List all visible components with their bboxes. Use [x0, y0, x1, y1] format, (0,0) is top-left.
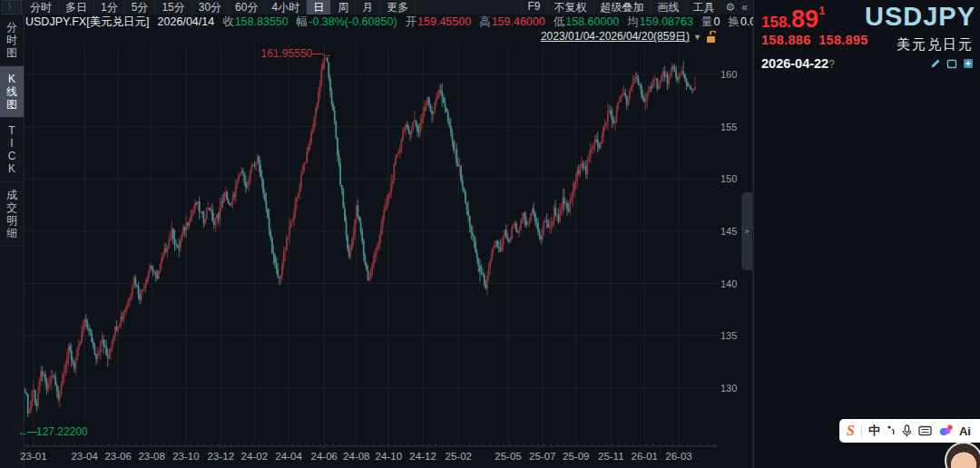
tool-buttons: F9不复权超级叠加画线工具 — [521, 0, 721, 15]
app-window: 〉 分时多日1分5分15分30分60分4小时日周月更多 F9不复权超级叠加画线工… — [0, 0, 980, 468]
quote-field: 开159.45500 — [397, 15, 472, 30]
period-tab-1分[interactable]: 1分 — [94, 0, 125, 15]
tool-button-画线[interactable]: 画线 — [651, 0, 686, 15]
x-tick-label: 24-04 — [269, 451, 309, 462]
quote-field: 收158.83550 — [214, 15, 289, 30]
quote-field: 均159.08763 — [619, 15, 693, 30]
period-tab-30分[interactable]: 30分 — [192, 0, 229, 15]
panel-symbol-name: 美元兑日元 — [897, 36, 974, 54]
tool-button-超级叠加[interactable]: 超级叠加 — [593, 0, 651, 15]
sogou-logo-icon[interactable]: S — [847, 423, 855, 439]
unlock-icon[interactable] — [705, 31, 717, 44]
skin-palette-icon[interactable] — [938, 424, 953, 437]
x-tick-label: 23-01 — [14, 451, 54, 462]
quote-panel: 158.891 USDJPY 158.886 158.895 美元兑日元 202… — [753, 0, 980, 468]
quote-field: 量0 — [693, 15, 720, 30]
low-arrow-icon: ←— — [18, 425, 36, 438]
panel-date: 2026-04-22? — [761, 56, 835, 71]
handwriting-icon[interactable] — [887, 424, 896, 437]
tool-button-不复权[interactable]: 不复权 — [547, 0, 593, 15]
last-price: 158.891 — [761, 4, 825, 34]
panel-tool-icons — [930, 58, 974, 69]
period-tab-5分[interactable]: 5分 — [125, 0, 156, 15]
view-sidebar: 分时图K线图TICK成交明细 — [0, 15, 24, 468]
frame-icon[interactable] — [946, 58, 957, 69]
period-low-annotation: ←—127.22200 — [18, 425, 88, 438]
keyboard-icon[interactable] — [918, 425, 932, 436]
high-arrow-icon: —→ — [312, 47, 330, 60]
x-tick-label: 25-09 — [556, 451, 596, 462]
period-tab-分时[interactable]: 分时 — [24, 0, 59, 15]
quote-field: 高159.46000 — [471, 15, 545, 30]
sidebar-item-K线图[interactable]: K线图 — [0, 66, 24, 118]
nav-expand-button[interactable]: 〉 — [2, 0, 22, 15]
period-tab-60分[interactable]: 60分 — [229, 0, 265, 15]
y-tick-label: 150 — [720, 173, 748, 184]
sidebar-item-成交明细[interactable]: 成交明细 — [0, 182, 24, 247]
period-tabs: 分时多日1分5分15分30分60分4小时日周月更多 — [24, 0, 416, 15]
period-tab-日[interactable]: 日 — [307, 0, 331, 15]
collapse-left-icon[interactable]: « — [740, 1, 753, 14]
range-bar: 2023/01/04-2026/04/20(859日) ▼ — [490, 30, 717, 44]
x-tick-label: 24-12 — [403, 451, 443, 462]
period-high-annotation: 161.95550—→ — [261, 47, 331, 60]
range-dropdown-icon[interactable]: ▼ — [693, 33, 701, 42]
quote-fields: 收158.83550幅-0.38%(-0.60850)开159.45500高15… — [214, 15, 825, 30]
ask-price: 158.895 — [818, 33, 868, 47]
quote-field: 幅-0.38%(-0.60850) — [289, 15, 397, 30]
panel-collapse-handle[interactable]: » — [741, 192, 752, 270]
bar-date: 2026/04/14 — [158, 15, 215, 28]
panel-symbol: USDJPY — [865, 2, 975, 32]
period-tab-周[interactable]: 周 — [331, 0, 356, 15]
period-tab-15分[interactable]: 15分 — [155, 0, 191, 15]
add-plus-icon[interactable] — [963, 58, 974, 69]
bid-ask: 158.886 158.895 — [761, 33, 868, 47]
candlestick-chart[interactable] — [0, 0, 753, 468]
settings-gear-icon[interactable]: ⚙ — [721, 1, 740, 14]
date-hint: ? — [828, 58, 835, 71]
y-tick-label: 155 — [720, 122, 748, 132]
tool-button-F9[interactable]: F9 — [521, 0, 547, 15]
ime-toolbar: S 中 Ai — [839, 419, 980, 443]
microphone-icon[interactable] — [902, 424, 912, 438]
period-tab-更多[interactable]: 更多 — [380, 0, 416, 15]
symbol-title: USDJPY.FX[美元兑日元] — [25, 15, 150, 30]
y-tick-label: 140 — [720, 278, 748, 289]
date-range-link[interactable]: 2023/01/04-2026/04/20(859日) — [541, 29, 690, 44]
x-tick-label: 23-10 — [166, 451, 206, 462]
x-tick-label: 26-03 — [659, 451, 699, 462]
ime-divider — [861, 424, 862, 437]
ime-mode-toggle[interactable]: 中 — [868, 423, 880, 439]
period-tab-多日[interactable]: 多日 — [59, 0, 94, 15]
quote-field: 低158.60000 — [545, 15, 620, 30]
y-tick-label: 130 — [720, 383, 748, 394]
sidebar-item-TICK[interactable]: TICK — [0, 118, 24, 182]
y-tick-label: 135 — [720, 330, 748, 341]
tool-button-工具[interactable]: 工具 — [686, 0, 721, 15]
period-toolbar: 〉 分时多日1分5分15分30分60分4小时日周月更多 F9不复权超级叠加画线工… — [0, 0, 753, 15]
y-tick-label: 160 — [720, 69, 748, 80]
x-tick-label: 25-02 — [438, 451, 478, 462]
period-tab-月[interactable]: 月 — [356, 0, 380, 15]
pencil-edit-icon[interactable] — [930, 58, 941, 69]
toolbar-right: F9不复权超级叠加画线工具 ⚙ « — [521, 0, 753, 15]
symbol-info-bar: USDJPY.FX[美元兑日元] 2026/04/14 收158.83550幅-… — [25, 15, 753, 29]
sidebar-item-分时图[interactable]: 分时图 — [0, 15, 24, 66]
bid-price: 158.886 — [761, 33, 811, 47]
period-tab-4小时[interactable]: 4小时 — [265, 0, 307, 15]
ime-ai-button[interactable]: Ai — [959, 424, 971, 438]
